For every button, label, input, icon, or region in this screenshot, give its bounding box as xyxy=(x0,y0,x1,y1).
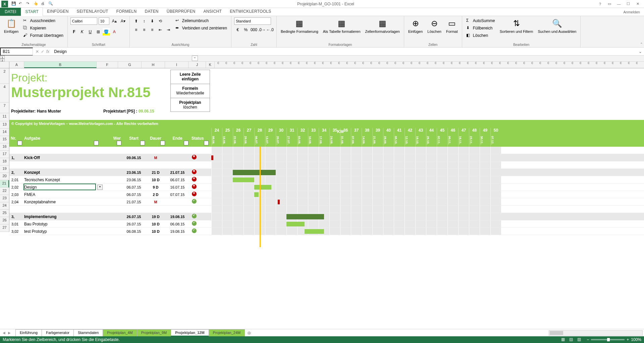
filter-status-icon[interactable]: ▾ xyxy=(204,141,209,145)
redo-icon[interactable]: ↷ xyxy=(26,1,32,7)
normal-view-icon[interactable]: ▦ xyxy=(559,337,567,342)
formula-input[interactable] xyxy=(52,48,637,55)
row-header-24[interactable]: 24 xyxy=(0,202,9,210)
close-icon[interactable]: ✕ xyxy=(633,1,642,7)
col-header-G[interactable]: G xyxy=(118,62,142,68)
expand-formula-bar-icon[interactable]: ⌄ xyxy=(637,49,644,54)
italic-button[interactable]: K xyxy=(78,28,86,36)
align-center-icon[interactable]: ≡ xyxy=(141,26,148,33)
outline-level-2[interactable]: 2 xyxy=(0,59,5,62)
task-row[interactable] xyxy=(9,206,644,213)
fill-color-button[interactable]: 🪣 xyxy=(103,28,110,36)
sheet-tab-Stammdaten[interactable]: Stammdaten xyxy=(73,329,103,336)
fx-icon[interactable]: fx xyxy=(46,49,49,54)
select-all-corner[interactable] xyxy=(0,62,9,68)
merge-center-button[interactable]: ⬌Verbinden und zentrieren xyxy=(174,25,228,31)
find-select-button[interactable]: 🔍Suchen und Auswählen xyxy=(536,17,578,34)
page-break-view-icon[interactable]: ▧ xyxy=(575,337,583,342)
zoom-level[interactable]: 100% xyxy=(631,337,641,342)
row-header-2[interactable]: 2 xyxy=(0,68,9,84)
align-right-icon[interactable]: ≡ xyxy=(149,26,156,33)
format-painter-button[interactable]: 🖌Format übertragen xyxy=(22,32,64,39)
row-header-18[interactable]: 18 xyxy=(0,158,9,165)
copy-button[interactable]: ⿻Kopieren xyxy=(22,25,64,31)
ribbon-options-icon[interactable]: ▭ xyxy=(605,1,614,7)
row-header-19[interactable]: 19 xyxy=(0,165,9,173)
help-icon[interactable]: ? xyxy=(596,1,604,7)
macro-button-1[interactable]: FormelnWiederherstelle xyxy=(170,84,210,98)
task-row[interactable]: 3,01Bau Prototyp26.07.1510 D06.08.15 xyxy=(9,220,644,228)
cut-button[interactable]: ✂Ausschneiden xyxy=(22,17,64,24)
number-format-select[interactable] xyxy=(234,17,271,25)
clear-button[interactable]: ◧Löschen xyxy=(465,32,496,39)
border-button[interactable]: ⊞ xyxy=(95,28,102,36)
filter-dauer-icon[interactable]: ▾ xyxy=(160,141,165,145)
row-header-4[interactable]: 4 xyxy=(0,84,9,102)
filter-wer-icon[interactable]: ▾ xyxy=(117,141,121,145)
indent-decrease-icon[interactable]: ⇤ xyxy=(157,26,164,33)
ribbon-tab-einfügen[interactable]: EINFÜGEN xyxy=(43,7,72,16)
cancel-formula-icon[interactable]: ✕ xyxy=(36,49,39,54)
cell-styles-button[interactable]: ▦Zellenformatvorlagen xyxy=(364,17,401,34)
row-header-25[interactable]: 25 xyxy=(0,210,9,217)
currency-icon[interactable]: € xyxy=(234,26,241,33)
percent-icon[interactable]: % xyxy=(242,26,250,33)
decimal-increase-icon[interactable]: .0→ xyxy=(258,26,266,33)
indent-increase-icon[interactable]: ⇥ xyxy=(165,26,172,33)
minimize-icon[interactable]: — xyxy=(614,1,623,7)
ribbon-tab-daten[interactable]: DATEN xyxy=(141,7,162,16)
maximize-icon[interactable]: ☐ xyxy=(624,1,633,7)
task-row[interactable] xyxy=(9,147,644,154)
outline-collapse-button[interactable]: − xyxy=(192,56,198,61)
row-header-16[interactable]: 16 xyxy=(0,143,9,151)
align-left-icon[interactable]: ≡ xyxy=(132,26,140,33)
row-header-22[interactable]: 22 xyxy=(0,188,9,195)
row-header-11[interactable]: 11 xyxy=(0,113,9,121)
align-middle-icon[interactable]: ↕ xyxy=(141,17,148,25)
task-row[interactable]: 2,01Tecnisches Konzept23.06.1510 D06.07.… xyxy=(9,176,644,184)
row-header-13[interactable]: 13 xyxy=(0,121,9,129)
accept-formula-icon[interactable]: ✓ xyxy=(41,49,44,54)
horizontal-scrollbar[interactable] xyxy=(549,330,643,336)
signin-link[interactable]: Anmelden xyxy=(619,8,644,16)
autosum-button[interactable]: ΣAutoSumme xyxy=(465,17,496,24)
bold-button[interactable]: F xyxy=(70,28,78,36)
task-row[interactable]: 1,Kick-Off09.06.15M xyxy=(9,154,644,161)
touch-mode-icon[interactable]: 👆 xyxy=(34,1,39,7)
conditional-format-button[interactable]: ▦Bedingte Formatierung xyxy=(279,17,320,34)
row-header-27[interactable]: 27 xyxy=(0,224,9,232)
outline-level-1[interactable]: 1 xyxy=(0,56,5,59)
thousands-icon[interactable]: 000 xyxy=(250,26,258,33)
file-tab[interactable]: DATEI xyxy=(0,8,21,16)
ribbon-tab-entwicklertools[interactable]: ENTWICKLERTOOLS xyxy=(226,7,275,16)
save-icon[interactable]: 💾 xyxy=(11,1,17,7)
collapse-ribbon-icon[interactable]: ⌃ xyxy=(640,42,643,46)
insert-cells-button[interactable]: ⊕Einfügen xyxy=(407,17,424,34)
row-header-17[interactable]: 17 xyxy=(0,151,9,158)
name-box[interactable] xyxy=(0,48,33,56)
filter-aufgabe-icon[interactable]: ▾ xyxy=(94,141,99,145)
fill-button[interactable]: ⬇Füllbereich xyxy=(465,25,496,31)
sheet-viewport[interactable]: Projekt: Musterprojekt Nr.815 Projektlei… xyxy=(9,68,644,329)
paste-button[interactable]: 📋Einfügen xyxy=(3,17,20,34)
row-header-14[interactable]: 14 xyxy=(0,129,9,136)
row-header-20[interactable]: 20 xyxy=(0,173,9,180)
sheet-tab-Projektplan_9M[interactable]: Projektplan_9M xyxy=(137,329,171,336)
row-header-15[interactable]: 15 xyxy=(0,136,9,143)
task-row[interactable]: 3,Implementierung26.07.1519 D19.08.15 xyxy=(9,213,644,220)
ribbon-tab-überprüfen[interactable]: ÜBERPRÜFEN xyxy=(163,7,200,16)
ribbon-tab-start[interactable]: START xyxy=(21,7,43,16)
col-header-B[interactable]: B xyxy=(24,62,97,68)
row-header-26[interactable]: 26 xyxy=(0,217,9,224)
task-row[interactable] xyxy=(9,161,644,169)
decimal-decrease-icon[interactable]: ←.0 xyxy=(266,26,274,33)
undo-icon[interactable]: ↶ xyxy=(19,1,24,7)
ribbon-tab-seitenlayout[interactable]: SEITENLAYOUT xyxy=(73,7,112,16)
col-header-A[interactable]: A xyxy=(9,62,24,68)
add-sheet-button[interactable]: ⊕ xyxy=(245,330,251,336)
task-row[interactable]: 3,02test Prototyp06.08.1510 D19.08.15 xyxy=(9,228,644,235)
row-header-23[interactable]: 23 xyxy=(0,195,9,202)
macro-button-2[interactable]: Projektplanlöschen xyxy=(170,98,210,112)
sheet-tab-Farbgenerator[interactable]: Farbgenerator xyxy=(42,329,74,336)
increase-font-icon[interactable]: A▴ xyxy=(111,17,118,25)
